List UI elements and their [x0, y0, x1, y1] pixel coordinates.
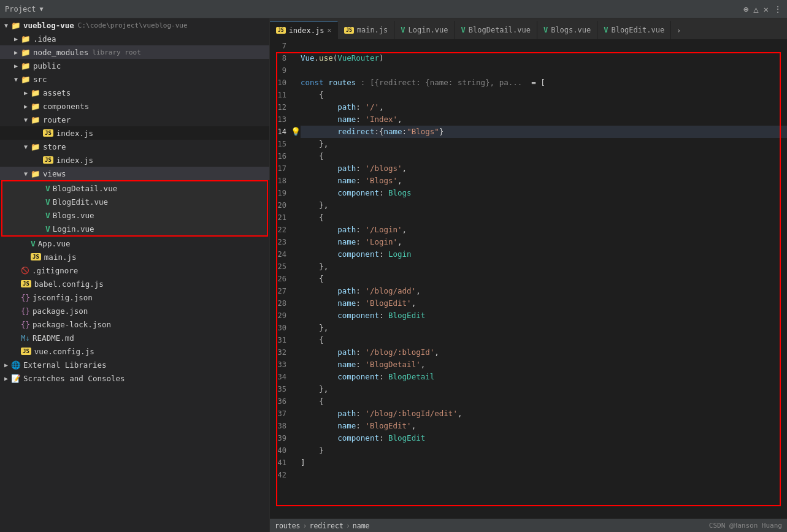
tab-blogedit-vue[interactable]: V BlogEdit.vue	[597, 21, 671, 39]
sidebar-item-main-js[interactable]: JS main.js	[0, 250, 269, 264]
code-line-32: path: '/blog/:blogId',	[301, 346, 787, 359]
sidebar-label-login: Login.vue	[53, 224, 94, 234]
line-num-36: 36	[270, 395, 291, 408]
sidebar-item-blogedit[interactable]: V BlogEdit.vue	[2, 195, 267, 208]
code-line-36: {	[301, 395, 787, 408]
sidebar-label-node-modules: node_modules	[33, 48, 88, 57]
code-line-26: {	[301, 273, 787, 285]
sidebar-item-babel[interactable]: JS babel.config.js	[0, 277, 269, 291]
sidebar-item-node-modules[interactable]: 📁 node_modules library root	[0, 45, 269, 59]
line-num-8: 8	[270, 52, 291, 64]
sidebar-item-store-index[interactable]: JS index.js	[0, 153, 269, 167]
sidebar-item-router[interactable]: 📁 router	[0, 113, 269, 126]
sidebar-label-package-lock: package-lock.json	[33, 320, 111, 329]
sidebar-item-router-index[interactable]: JS index.js	[0, 126, 269, 140]
line-num-22: 22	[270, 224, 291, 236]
tab-label-blogdetail-vue: BlogDetail.vue	[469, 26, 531, 34]
sidebar-label-components: components	[43, 102, 89, 111]
vue-file-icon: V	[45, 184, 50, 193]
sidebar-label-jsconfig: jsconfig.json	[33, 293, 93, 302]
line-num-31: 31	[270, 334, 291, 346]
line-num-12: 12	[270, 101, 291, 113]
sidebar-item-blogdetail[interactable]: V BlogDetail.vue	[2, 181, 267, 195]
code-line-18: name: 'Blogs',	[301, 175, 787, 187]
sidebar-item-views[interactable]: 📁 views	[0, 167, 269, 180]
sidebar-item-components[interactable]: 📁 components	[0, 99, 269, 113]
code-line-38: name: 'BlogEdit',	[301, 420, 787, 432]
up-icon[interactable]: △	[753, 4, 758, 14]
sidebar-item-readme[interactable]: M↓ README.md	[0, 331, 269, 344]
json-file-icon: {}	[21, 306, 30, 316]
sidebar-item-gitignore[interactable]: 🚫 .gitignore	[0, 264, 269, 277]
tab-blogs-vue[interactable]: V Blogs.vue	[537, 21, 597, 39]
line-num-27: 27	[270, 285, 291, 297]
code-line-10: const routes : [{redirect: {name: string…	[301, 77, 787, 89]
line-num-28: 28	[270, 297, 291, 310]
vue-file-icon: V	[45, 224, 50, 234]
line-num-42: 42	[270, 469, 291, 481]
code-line-11: {	[301, 89, 787, 101]
code-line-22: path: '/Login',	[301, 224, 787, 236]
sidebar-label-blogdetail: BlogDetail.vue	[53, 184, 117, 193]
line-num-17: 17	[270, 162, 291, 175]
sidebar-item-scratches[interactable]: 📝 Scratches and Consoles	[0, 371, 269, 385]
project-name: vueblog-vue	[23, 21, 74, 30]
code-line-42	[301, 469, 787, 481]
js-file-icon: JS	[43, 156, 53, 164]
tab-label-blogs-vue: Blogs.vue	[551, 26, 591, 34]
more-icon[interactable]: ⋮	[774, 4, 782, 14]
sidebar-item-jsconfig[interactable]: {} jsconfig.json	[0, 291, 269, 304]
arrow-icon	[22, 116, 29, 123]
code-line-19: component: Blogs	[301, 187, 787, 199]
line-num-15: 15	[270, 138, 291, 150]
arrow-icon	[12, 49, 20, 56]
views-section: 📁 views V BlogDetail.vue V BlogEdit.vue	[0, 167, 269, 237]
line-num-35: 35	[270, 383, 291, 395]
top-bar-icons: ⊕ △ ✕ ⋮	[743, 4, 782, 14]
project-dropdown-arrow[interactable]: ▼	[40, 6, 44, 12]
arrow-icon	[2, 22, 10, 29]
sidebar-item-external-libraries[interactable]: 🌐 External Libraries	[0, 358, 269, 371]
sidebar-item-store[interactable]: 📁 store	[0, 140, 269, 153]
tab-index-js[interactable]: JS index.js ✕	[270, 21, 338, 39]
line-num-37: 37	[270, 408, 291, 420]
code-line-23: name: 'Login',	[301, 236, 787, 248]
breadcrumb-routes: routes	[275, 522, 301, 530]
tab-blogdetail-vue[interactable]: V BlogDetail.vue	[455, 21, 537, 39]
sidebar-item-assets[interactable]: 📁 assets	[0, 86, 269, 99]
folder-icon: 📁	[21, 75, 31, 84]
folder-icon: 📁	[31, 142, 40, 151]
code-line-40: }	[301, 444, 787, 457]
tab-login-vue[interactable]: V Login.vue	[394, 21, 455, 39]
sidebar-item-package-lock[interactable]: {} package-lock.json	[0, 317, 269, 331]
breadcrumb-name: name	[353, 522, 370, 530]
sidebar-item-idea[interactable]: 📁 .idea	[0, 32, 269, 45]
sidebar-item-login[interactable]: V Login.vue	[2, 222, 267, 235]
tab-overflow-button[interactable]: ›	[671, 21, 686, 39]
project-label[interactable]: Project	[5, 5, 36, 13]
code-container: 7 8 9 10 11 12 13 14 15 16 17 18 19 20 2…	[270, 40, 787, 481]
line-num-32: 32	[270, 346, 291, 359]
code-line-31: {	[301, 334, 787, 346]
sidebar-label-assets: assets	[43, 88, 71, 97]
close-icon[interactable]: ✕	[764, 4, 769, 14]
sidebar-project-root[interactable]: 📁 vueblog-vue C:\code\project\vueblog-vu…	[0, 18, 269, 32]
sidebar-item-package-json[interactable]: {} package.json	[0, 304, 269, 317]
sidebar-item-app-vue[interactable]: V App.vue	[0, 237, 269, 250]
folder-icon: 📁	[21, 34, 31, 44]
sidebar-label-src: src	[33, 75, 47, 84]
editor-content[interactable]: 7 8 9 10 11 12 13 14 15 16 17 18 19 20 2…	[270, 40, 787, 519]
sidebar-item-public[interactable]: 📁 public	[0, 59, 269, 72]
sidebar-item-src[interactable]: 📁 src	[0, 72, 269, 86]
refresh-icon[interactable]: ⊕	[743, 4, 748, 14]
line-num-39: 39	[270, 432, 291, 444]
tab-icon-vue: V	[604, 26, 608, 34]
code-lines[interactable]: Vue.use(VueRouter) const routes : [{redi…	[298, 40, 787, 481]
line-num-30: 30	[270, 322, 291, 334]
tab-main-js[interactable]: JS main.js	[338, 21, 394, 39]
code-line-12: path: '/',	[301, 101, 787, 113]
tab-close-index-js[interactable]: ✕	[327, 26, 331, 34]
sidebar-item-blogs[interactable]: V Blogs.vue	[2, 208, 267, 222]
sidebar-item-vue-config[interactable]: JS vue.config.js	[0, 344, 269, 358]
line-num-20: 20	[270, 199, 291, 211]
